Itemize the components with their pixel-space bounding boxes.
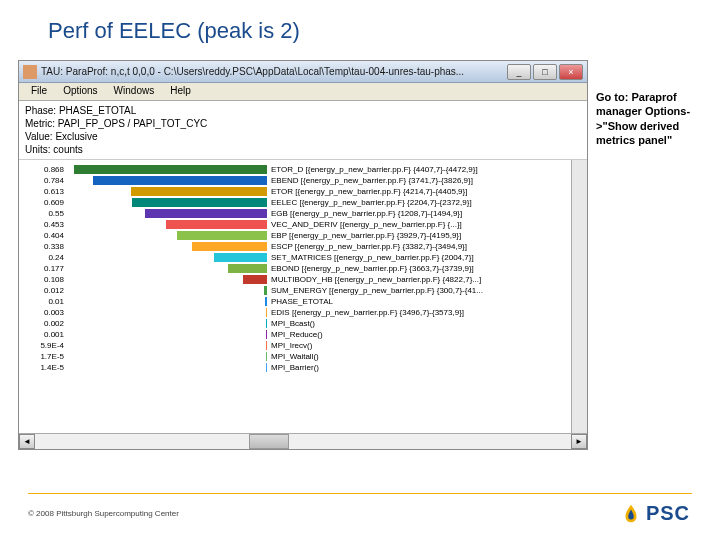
bar-chart: 0.868ETOR_D [{energy_p_new_barrier.pp.F}…	[19, 160, 587, 433]
bar-area	[67, 176, 267, 185]
bar-label: MULTIBODY_HB [{energy_p_new_barrier.pp.F…	[267, 275, 581, 284]
bar-row[interactable]: 0.868ETOR_D [{energy_p_new_barrier.pp.F}…	[25, 164, 581, 175]
bar	[266, 341, 267, 350]
bar-value: 0.01	[25, 297, 67, 306]
bar-value: 0.453	[25, 220, 67, 229]
bar-value: 1.4E-5	[25, 363, 67, 372]
scroll-thumb[interactable]	[249, 434, 289, 449]
bar	[265, 297, 267, 306]
bar-row[interactable]: 0.001MPI_Reduce()	[25, 329, 581, 340]
bar	[266, 330, 267, 339]
metadata-panel: Phase: PHASE_ETOTAL Metric: PAPI_FP_OPS …	[19, 101, 587, 160]
bar-row[interactable]: 1.7E-5MPI_Waitall()	[25, 351, 581, 362]
footer-divider	[28, 493, 692, 494]
bar-row[interactable]: 0.003EDIS [{energy_p_new_barrier.pp.F} {…	[25, 307, 581, 318]
menu-windows[interactable]: Windows	[106, 83, 163, 100]
bar-label: EGB [{energy_p_new_barrier.pp.F} {1208,7…	[267, 209, 581, 218]
bar-label: MPI_Bcast()	[267, 319, 581, 328]
bar-label: EDIS [{energy_p_new_barrier.pp.F} {3496,…	[267, 308, 581, 317]
titlebar[interactable]: TAU: ParaProf: n,c,t 0,0,0 - C:\Users\re…	[19, 61, 587, 83]
bar-value: 0.55	[25, 209, 67, 218]
bar-area	[67, 264, 267, 273]
psc-logo: PSC	[620, 502, 690, 525]
bar-row[interactable]: 0.453VEC_AND_DERIV [{energy_p_new_barrie…	[25, 219, 581, 230]
bar	[145, 209, 267, 218]
bar-label: MPI_Waitall()	[267, 352, 581, 361]
bar-label: MPI_Reduce()	[267, 330, 581, 339]
bar	[264, 286, 267, 295]
bar-row[interactable]: 0.177EBOND [{energy_p_new_barrier.pp.F} …	[25, 263, 581, 274]
bar-row[interactable]: 0.404EBP [{energy_p_new_barrier.pp.F} {3…	[25, 230, 581, 241]
maximize-button[interactable]: □	[533, 64, 557, 80]
bar-value: 0.108	[25, 275, 67, 284]
bar-value: 0.002	[25, 319, 67, 328]
bar-row[interactable]: 0.613ETOR [{energy_p_new_barrier.pp.F} {…	[25, 186, 581, 197]
bar-row[interactable]: 5.9E-4MPI_Irecv()	[25, 340, 581, 351]
bar-value: 0.609	[25, 198, 67, 207]
window-title: TAU: ParaProf: n,c,t 0,0,0 - C:\Users\re…	[41, 66, 507, 77]
bar-label: ETOR [{energy_p_new_barrier.pp.F} {4214,…	[267, 187, 581, 196]
menu-help[interactable]: Help	[162, 83, 199, 100]
bar	[74, 165, 267, 174]
bar	[132, 198, 267, 207]
bar-label: VEC_AND_DERIV [{energy_p_new_barrier.pp.…	[267, 220, 581, 229]
scroll-right-button[interactable]: ►	[571, 434, 587, 449]
bar	[266, 363, 267, 372]
paraprof-window: TAU: ParaProf: n,c,t 0,0,0 - C:\Users\re…	[18, 60, 588, 450]
menu-file[interactable]: File	[23, 83, 55, 100]
meta-units: Units: counts	[25, 143, 581, 156]
bar-label: SET_MATRICES [{energy_p_new_barrier.pp.F…	[267, 253, 581, 262]
meta-phase: Phase: PHASE_ETOTAL	[25, 104, 581, 117]
bar-value: 0.784	[25, 176, 67, 185]
bar-row[interactable]: 0.01PHASE_ETOTAL	[25, 296, 581, 307]
bar-row[interactable]: 0.784EBEND [{energy_p_new_barrier.pp.F} …	[25, 175, 581, 186]
close-button[interactable]: ×	[559, 64, 583, 80]
meta-value: Value: Exclusive	[25, 130, 581, 143]
bar-row[interactable]: 0.108MULTIBODY_HB [{energy_p_new_barrier…	[25, 274, 581, 285]
meta-metric: Metric: PAPI_FP_OPS / PAPI_TOT_CYC	[25, 117, 581, 130]
bar-area	[67, 363, 267, 372]
scrollbar-vertical[interactable]	[571, 160, 587, 433]
bar-label: MPI_Barrier()	[267, 363, 581, 372]
scroll-left-button[interactable]: ◄	[19, 434, 35, 449]
scrollbar-horizontal[interactable]: ◄ ►	[19, 433, 587, 449]
bar-row[interactable]: 0.012SUM_ENERGY [{energy_p_new_barrier.p…	[25, 285, 581, 296]
bar-area	[67, 231, 267, 240]
menu-options[interactable]: Options	[55, 83, 105, 100]
bar-area	[67, 330, 267, 339]
slide-title: Perf of EELEC (peak is 2)	[0, 0, 720, 56]
bar-value: 0.404	[25, 231, 67, 240]
logo-text: PSC	[646, 502, 690, 525]
menubar: File Options Windows Help	[19, 83, 587, 101]
bar-label: EBP [{energy_p_new_barrier.pp.F} {3929,7…	[267, 231, 581, 240]
bar-label: SUM_ENERGY [{energy_p_new_barrier.pp.F} …	[267, 286, 581, 295]
bar-area	[67, 275, 267, 284]
bar-label: EELEC [{energy_p_new_barrier.pp.F} {2204…	[267, 198, 581, 207]
bar-area	[67, 242, 267, 251]
bar-area	[67, 297, 267, 306]
bar	[266, 319, 267, 328]
bar-row[interactable]: 0.55EGB [{energy_p_new_barrier.pp.F} {12…	[25, 208, 581, 219]
app-icon	[23, 65, 37, 79]
bar-row[interactable]: 0.002MPI_Bcast()	[25, 318, 581, 329]
bar-value: 0.012	[25, 286, 67, 295]
bar-area	[67, 209, 267, 218]
scroll-track[interactable]	[35, 434, 571, 449]
bar-value: 0.613	[25, 187, 67, 196]
bar	[243, 275, 267, 284]
bar-row[interactable]: 0.24SET_MATRICES [{energy_p_new_barrier.…	[25, 252, 581, 263]
bar-value: 0.003	[25, 308, 67, 317]
minimize-button[interactable]: _	[507, 64, 531, 80]
bar-area	[67, 341, 267, 350]
bar	[177, 231, 267, 240]
bar-area	[67, 165, 267, 174]
app-window-wrapper: TAU: ParaProf: n,c,t 0,0,0 - C:\Users\re…	[18, 60, 588, 450]
bar	[166, 220, 267, 229]
bar-value: 5.9E-4	[25, 341, 67, 350]
bar-row[interactable]: 0.609EELEC [{energy_p_new_barrier.pp.F} …	[25, 197, 581, 208]
bar-label: ETOR_D [{energy_p_new_barrier.pp.F} {440…	[267, 165, 581, 174]
bar-label: ESCP [{energy_p_new_barrier.pp.F} {3382,…	[267, 242, 581, 251]
bar-row[interactable]: 0.338ESCP [{energy_p_new_barrier.pp.F} {…	[25, 241, 581, 252]
bar-row[interactable]: 1.4E-5MPI_Barrier()	[25, 362, 581, 373]
flame-icon	[620, 503, 642, 525]
